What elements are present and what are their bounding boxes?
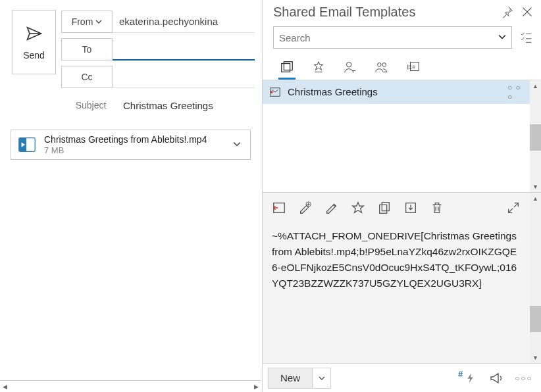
to-row: To [61, 37, 255, 61]
tab-team[interactable] [373, 59, 390, 80]
compose-header: Send From To Cc [0, 0, 261, 123]
scroll-down-icon[interactable]: ▼ [530, 181, 541, 192]
to-button[interactable]: To [61, 38, 113, 61]
to-label: To [82, 44, 92, 55]
import-icon[interactable] [403, 201, 418, 215]
scroll-thumb[interactable] [530, 306, 541, 332]
fields-column: From To Cc Subject [61, 10, 255, 118]
scroll-up-icon[interactable]: ▲ [530, 193, 541, 204]
pin-icon[interactable] [500, 5, 515, 19]
subject-field[interactable] [116, 100, 255, 111]
preview-toolbar [263, 193, 530, 223]
scroll-up-icon[interactable]: ▲ [530, 80, 541, 91]
svg-point-4 [347, 62, 351, 66]
svg-rect-13 [382, 203, 389, 211]
new-button-dropdown[interactable] [312, 368, 330, 388]
send-icon [25, 24, 43, 45]
expand-icon[interactable] [506, 201, 521, 215]
chevron-down-icon[interactable] [498, 32, 506, 43]
svg-rect-12 [380, 205, 387, 213]
preview-scrollbar[interactable]: ▲ ▼ [530, 193, 541, 363]
list-scrollbar[interactable]: ▲ ▼ [530, 80, 541, 192]
template-more-icon[interactable]: ○ ○ ○ [507, 83, 523, 101]
scroll-thumb[interactable] [530, 124, 541, 151]
edit-html-icon[interactable] [298, 201, 313, 215]
preview-main: ~%ATTACH_FROM_ONEDRIVE[Christmas Greetin… [263, 193, 530, 363]
svg-rect-2 [282, 63, 290, 72]
insert-icon[interactable] [272, 201, 286, 215]
template-list-area: Christmas Greetings ○ ○ ○ ▲ ▼ [263, 80, 541, 192]
from-field[interactable] [113, 11, 255, 33]
attachment-menu-icon[interactable] [233, 139, 245, 150]
template-name: Christmas Greetings [288, 86, 501, 97]
template-item[interactable]: Christmas Greetings ○ ○ ○ [263, 80, 530, 104]
pane-title: Shared Email Templates [273, 5, 495, 20]
scroll-left-icon[interactable]: ◀ [1, 383, 9, 390]
preview-area: ~%ATTACH_FROM_ONEDRIVE[Christmas Greetin… [263, 192, 541, 363]
bottom-bar: New # ○○○ [263, 363, 541, 392]
svg-point-5 [378, 62, 382, 66]
horizontal-scrollbar[interactable]: ◀ ▶ [0, 380, 261, 392]
preview-body: ~%ATTACH_FROM_ONEDRIVE[Christmas Greetin… [263, 223, 530, 363]
subject-label: Subject [65, 100, 116, 110]
from-row: From [61, 10, 255, 34]
cc-label: Cc [81, 72, 92, 82]
chevron-down-icon [95, 16, 102, 27]
attachment-item[interactable]: Christmas Greetings from Ablebits!.mp4 7… [11, 130, 251, 160]
checklist-icon[interactable] [519, 30, 533, 45]
star-icon[interactable] [351, 201, 365, 215]
send-label: Send [23, 50, 45, 61]
to-field[interactable] [113, 38, 255, 61]
from-label: From [72, 16, 93, 27]
attachment-info: Christmas Greetings from Ablebits!.mp4 7… [44, 134, 226, 155]
scroll-right-icon[interactable]: ▶ [253, 383, 260, 390]
announce-icon[interactable] [488, 370, 504, 386]
copy-icon[interactable] [377, 201, 392, 215]
search-input[interactable] [279, 32, 498, 43]
cc-button[interactable]: Cc [61, 66, 113, 88]
video-file-icon [16, 134, 38, 155]
tabs-row: # [263, 53, 541, 80]
send-button[interactable]: Send [12, 10, 56, 74]
from-button[interactable]: From [61, 11, 113, 33]
search-row [263, 24, 541, 53]
svg-text:#: # [412, 63, 416, 70]
svg-point-6 [382, 62, 386, 66]
attachment-size: 7 MB [44, 145, 226, 156]
edit-icon[interactable] [324, 201, 339, 215]
templates-pane: Shared Email Templates # [262, 0, 541, 392]
more-icon[interactable]: ○○○ [516, 370, 532, 386]
tab-all-templates[interactable] [278, 59, 296, 80]
attachment-name: Christmas Greetings from Ablebits!.mp4 [44, 134, 226, 145]
cc-row: Cc [61, 65, 255, 89]
close-icon[interactable] [520, 5, 534, 19]
pane-title-row: Shared Email Templates [263, 0, 541, 24]
template-icon [269, 86, 281, 98]
new-button[interactable]: New [268, 368, 331, 389]
flash-hash-icon[interactable]: # [461, 370, 477, 386]
tab-personal[interactable] [342, 59, 359, 80]
attachment-area: Christmas Greetings from Ablebits!.mp4 7… [0, 123, 261, 166]
tab-macros[interactable]: # [405, 59, 422, 80]
template-list: Christmas Greetings ○ ○ ○ [263, 80, 530, 192]
svg-rect-3 [284, 61, 292, 70]
new-button-label[interactable]: New [269, 368, 312, 388]
compose-pane: Send From To Cc [0, 0, 262, 392]
cc-field[interactable] [113, 66, 255, 88]
search-box[interactable] [273, 26, 512, 49]
tab-favorites[interactable] [310, 59, 327, 80]
trash-icon[interactable] [430, 201, 444, 215]
subject-row: Subject [61, 93, 255, 118]
scroll-down-icon[interactable]: ▼ [530, 352, 541, 363]
